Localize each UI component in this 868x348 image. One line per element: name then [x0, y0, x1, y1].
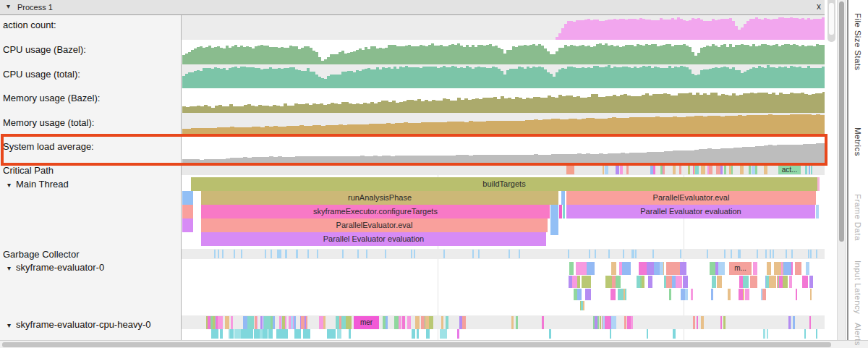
trace-tick[interactable]: [297, 250, 298, 258]
trace-segment[interactable]: [566, 165, 574, 174]
trace-tick[interactable]: [421, 316, 425, 329]
trace-tick[interactable]: [415, 316, 420, 329]
trace-tick[interactable]: [786, 250, 787, 258]
trace-tick[interactable]: [616, 165, 619, 174]
trace-tick[interactable]: [211, 329, 213, 339]
trace-tick[interactable]: [244, 329, 248, 339]
trace-tick[interactable]: [542, 316, 545, 329]
trace-tick[interactable]: [627, 316, 631, 329]
trace-tick[interactable]: [268, 329, 273, 339]
trace-tick[interactable]: [789, 276, 792, 288]
trace-tick[interactable]: [341, 316, 346, 329]
trace-tick[interactable]: [414, 250, 415, 258]
trace-tick[interactable]: [605, 165, 609, 174]
trace-tick[interactable]: [440, 329, 442, 339]
trace-tick[interactable]: [263, 329, 268, 339]
trace-tick[interactable]: [669, 289, 671, 300]
sidebar-tab-input-latency[interactable]: Input Latency: [854, 260, 862, 314]
trace-tick[interactable]: [757, 250, 758, 258]
trace-tick[interactable]: [271, 250, 272, 258]
trace-tick[interactable]: [317, 250, 318, 258]
trace-tick[interactable]: [691, 289, 693, 300]
trace-tick[interactable]: [402, 316, 406, 329]
trace-tick[interactable]: [608, 250, 610, 258]
trace-tick[interactable]: [478, 250, 480, 258]
trace-segment[interactable]: [457, 329, 459, 339]
trace-tick[interactable]: [600, 316, 601, 329]
trace-tick[interactable]: [683, 276, 688, 288]
trace-tick[interactable]: [342, 250, 344, 258]
trace-tick[interactable]: [219, 316, 221, 329]
trace-tick[interactable]: [337, 329, 341, 339]
trace-tick[interactable]: [718, 262, 725, 275]
trace-tick[interactable]: [234, 329, 241, 339]
trace-tick[interactable]: [774, 262, 781, 275]
trace-tick[interactable]: [214, 250, 216, 258]
trace-tick[interactable]: [605, 316, 610, 329]
trace-tick[interactable]: [707, 165, 709, 174]
close-icon[interactable]: x: [813, 1, 825, 13]
trace-tick[interactable]: [680, 250, 681, 258]
trace-tick[interactable]: [779, 276, 783, 288]
trace-tick[interactable]: [693, 316, 695, 329]
trace-tick[interactable]: [595, 316, 597, 329]
trace-tick[interactable]: [701, 316, 703, 329]
trace-segment[interactable]: m...: [729, 262, 752, 275]
trace-tick[interactable]: [783, 262, 791, 275]
trace-tick[interactable]: [572, 276, 577, 288]
trace-segment[interactable]: Parallel Evaluator evaluation: [566, 205, 815, 218]
trace-tick[interactable]: [394, 316, 399, 329]
trace-tick[interactable]: [679, 165, 681, 174]
trace-tick[interactable]: [265, 250, 266, 258]
trace-tick[interactable]: [210, 316, 213, 329]
trace-tick[interactable]: [276, 329, 278, 339]
horizontal-scrollbar-thumb[interactable]: [2, 342, 831, 347]
trace-tick[interactable]: [568, 250, 569, 258]
trace-tick[interactable]: [230, 329, 234, 339]
trace-segment[interactable]: [561, 191, 565, 205]
trace-tick[interactable]: [411, 250, 412, 258]
vertical-scrollbar[interactable]: [837, 0, 846, 340]
trace-tick[interactable]: [745, 289, 749, 300]
trace-tick[interactable]: [712, 276, 716, 288]
trace-tick[interactable]: [443, 329, 447, 339]
sidebar-tab-frame-data[interactable]: Frame Data: [854, 194, 862, 241]
trace-tick[interactable]: [264, 316, 271, 329]
trace-tick[interactable]: [581, 301, 584, 310]
trace-tick[interactable]: [724, 250, 726, 258]
trace-tick[interactable]: [637, 276, 640, 288]
trace-tick[interactable]: [626, 165, 629, 174]
trace-tick[interactable]: [688, 165, 690, 174]
trace-tick[interactable]: [639, 262, 647, 275]
trace-tick[interactable]: [611, 316, 616, 329]
trace-tick[interactable]: [729, 165, 731, 174]
trace-segment[interactable]: [182, 205, 193, 218]
trace-tick[interactable]: [763, 329, 765, 339]
trace-tick[interactable]: [426, 329, 430, 339]
trace-tick[interactable]: [762, 289, 766, 300]
trace-tick[interactable]: [744, 276, 749, 288]
trace-tick[interactable]: [260, 316, 263, 329]
trace-segment[interactable]: Parallel Evaluator evaluation: [201, 232, 546, 246]
trace-tick[interactable]: [213, 329, 219, 339]
trace-tick[interactable]: [711, 289, 713, 300]
pane-scrollbar-thumb[interactable]: [829, 3, 834, 35]
trace-tick[interactable]: [595, 250, 596, 258]
trace-tick[interactable]: [765, 250, 767, 258]
trace-tick[interactable]: [333, 329, 336, 339]
trace-segment[interactable]: act...: [778, 165, 801, 174]
trace-tick[interactable]: [255, 316, 257, 329]
trace-tick[interactable]: [769, 276, 775, 288]
trace-segment[interactable]: [550, 205, 558, 235]
trace-segment[interactable]: mer: [354, 316, 379, 329]
trace-tick[interactable]: [612, 276, 616, 288]
trace-tick[interactable]: [653, 165, 655, 174]
trace-tick[interactable]: [673, 329, 674, 339]
trace-tick[interactable]: [770, 250, 771, 258]
trace-tick[interactable]: [366, 250, 367, 258]
collapse-icon[interactable]: ▾: [7, 181, 11, 189]
trace-tick[interactable]: [247, 316, 254, 329]
trace-tick[interactable]: [241, 250, 242, 258]
trace-tick[interactable]: [720, 316, 723, 329]
trace-tick[interactable]: [220, 329, 224, 339]
